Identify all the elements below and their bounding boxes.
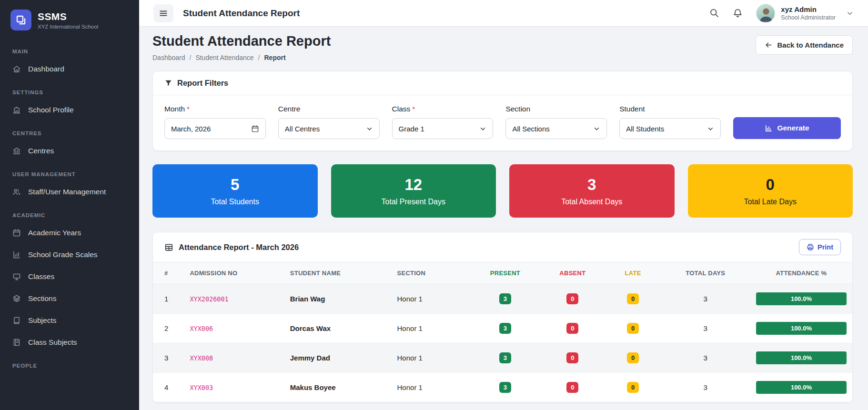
class-value: Grade 1 bbox=[399, 125, 424, 133]
layers-icon bbox=[12, 294, 21, 303]
attendance-percent-bar: 100.0% bbox=[756, 322, 847, 335]
section-label: Section bbox=[505, 105, 607, 113]
topbar: Student Attendance Report xyz Admin Scho… bbox=[139, 0, 868, 27]
page-content: Student Attendance Report Dashboard Stud… bbox=[139, 27, 868, 410]
nav-section-centres: CENTRES bbox=[0, 121, 139, 140]
brand-subtitle: XYZ International School bbox=[38, 24, 98, 30]
chevron-down-icon bbox=[479, 125, 486, 132]
filters-title: Report Filters bbox=[177, 79, 228, 88]
centre-select[interactable]: All Centres bbox=[278, 118, 380, 139]
monitor-icon bbox=[12, 272, 21, 281]
class-select[interactable]: Grade 1 bbox=[392, 118, 494, 139]
attendance-report-card: Attendance Report - March 2026 Print # A… bbox=[152, 232, 853, 403]
stats-row: 5 Total Students 12 Total Present Days 3… bbox=[152, 164, 853, 218]
header-attendance-pct: ATTENDANCE % bbox=[750, 262, 852, 284]
breadcrumb-student-attendance[interactable]: Student Attendance bbox=[195, 54, 253, 61]
student-value: All Students bbox=[626, 125, 664, 133]
arrow-left-icon bbox=[765, 41, 773, 49]
filter-funnel-icon bbox=[164, 79, 172, 87]
sidebar-item-staff-user-management[interactable]: Staff/User Management bbox=[0, 181, 139, 203]
back-to-attendance-button[interactable]: Back to Attendance bbox=[756, 35, 853, 55]
month-input[interactable]: March, 2026 bbox=[164, 118, 266, 139]
chevron-down-icon bbox=[846, 10, 854, 17]
nav-item-label: Class Subjects bbox=[28, 338, 77, 347]
sidebar-item-class-subjects[interactable]: Class Subjects bbox=[0, 331, 139, 353]
present-badge: 3 bbox=[499, 352, 511, 363]
menu-icon bbox=[159, 9, 168, 18]
sidebar-item-sections[interactable]: Sections bbox=[0, 288, 139, 310]
sidebar-item-centres[interactable]: Centres bbox=[0, 140, 139, 162]
attendance-percent-bar: 100.0% bbox=[756, 292, 847, 305]
sidebar-item-school-grade-scales[interactable]: School Grade Scales bbox=[0, 244, 139, 266]
generate-button[interactable]: Generate bbox=[733, 117, 841, 139]
page-title: Student Attendance Report bbox=[152, 33, 331, 49]
table-body: 1 XYX2026001 Brian Wag Honor 1 3 0 0 3 1… bbox=[153, 284, 852, 402]
page-heading-block: Student Attendance Report Dashboard Stud… bbox=[152, 33, 331, 61]
stat-label: Total Present Days bbox=[382, 198, 445, 206]
nav-item-label: Centres bbox=[28, 147, 54, 155]
book-icon bbox=[12, 316, 21, 325]
nav-section-academic: ACADEMIC bbox=[0, 203, 139, 222]
absent-badge: 0 bbox=[566, 323, 578, 334]
sidebar-item-classes[interactable]: Classes bbox=[0, 266, 139, 288]
sidebar-item-subjects[interactable]: Subjects bbox=[0, 310, 139, 331]
filters-body: Month March, 2026 Centre All Centres Cla… bbox=[153, 95, 852, 150]
user-avatar bbox=[756, 4, 775, 23]
search-button[interactable] bbox=[709, 8, 719, 18]
nav-item-label: Academic Years bbox=[28, 229, 81, 237]
late-badge: 0 bbox=[627, 293, 639, 304]
stat-label: Total Late Days bbox=[744, 198, 797, 206]
report-title-wrap: Attendance Report - March 2026 bbox=[164, 243, 299, 252]
admission-no-link[interactable]: XYX006 bbox=[190, 325, 213, 332]
class-label: Class bbox=[392, 105, 494, 113]
filters-card-header: Report Filters bbox=[153, 71, 852, 95]
table-row: 1 XYX2026001 Brian Wag Honor 1 3 0 0 3 1… bbox=[153, 284, 852, 314]
school-building-icon bbox=[12, 106, 21, 114]
row-number: 1 bbox=[153, 284, 184, 314]
stat-value: 3 bbox=[587, 176, 596, 194]
sidebar-item-academic-years[interactable]: Academic Years bbox=[0, 222, 139, 244]
section-cell: Honor 1 bbox=[392, 373, 471, 402]
section-cell: Honor 1 bbox=[392, 284, 471, 314]
sidebar-item-dashboard[interactable]: Dashboard bbox=[0, 58, 139, 80]
admission-no-link[interactable]: XYX008 bbox=[190, 354, 213, 362]
bank-icon bbox=[12, 147, 21, 155]
total-days-cell: 3 bbox=[660, 343, 750, 373]
nav-item-label: Subjects bbox=[28, 316, 56, 325]
student-select[interactable]: All Students bbox=[619, 118, 721, 139]
report-filters-card: Report Filters Month March, 2026 Centre … bbox=[152, 71, 853, 151]
class-field: Class Grade 1 bbox=[392, 105, 494, 139]
row-number: 2 bbox=[153, 314, 184, 343]
stat-label: Total Absent Days bbox=[561, 198, 622, 206]
student-name-cell: Brian Wag bbox=[284, 284, 392, 314]
print-button[interactable]: Print bbox=[799, 239, 841, 255]
breadcrumb-dashboard[interactable]: Dashboard bbox=[152, 54, 185, 61]
sidebar-nav: MAIN Dashboard SETTINGS School Profile C… bbox=[0, 39, 139, 410]
nav-section-people: PEOPLE bbox=[0, 353, 139, 372]
centre-value: All Centres bbox=[285, 125, 320, 133]
section-select[interactable]: All Sections bbox=[505, 118, 607, 139]
table-row: 3 XYX008 Jemmy Dad Honor 1 3 0 0 3 100.0… bbox=[153, 343, 852, 373]
absent-badge: 0 bbox=[566, 293, 578, 304]
month-field: Month March, 2026 bbox=[164, 105, 266, 139]
nav-section-user-management: USER MANAGEMENT bbox=[0, 162, 139, 181]
stat-value: 12 bbox=[404, 176, 422, 194]
stat-total-absent-days: 3 Total Absent Days bbox=[509, 164, 675, 218]
table-row: 2 XYX006 Dorcas Wax Honor 1 3 0 0 3 100.… bbox=[153, 314, 852, 343]
brand[interactable]: SSMS XYZ International School bbox=[0, 0, 139, 39]
brand-text: SSMS XYZ International School bbox=[38, 11, 98, 30]
admission-no-link[interactable]: XYX003 bbox=[190, 384, 213, 391]
stat-total-present-days: 12 Total Present Days bbox=[331, 164, 496, 218]
notifications-button[interactable] bbox=[733, 8, 743, 18]
breadcrumb-report: Report bbox=[264, 54, 286, 61]
late-badge: 0 bbox=[627, 352, 639, 363]
user-menu[interactable]: xyz Admin School Administrator bbox=[756, 4, 854, 23]
student-field: Student All Students bbox=[619, 105, 721, 139]
admission-no-link[interactable]: XYX2026001 bbox=[190, 295, 228, 303]
centre-field: Centre All Centres bbox=[278, 105, 380, 139]
sidebar-toggle-button[interactable] bbox=[153, 4, 173, 22]
section-cell: Honor 1 bbox=[392, 343, 471, 373]
sidebar-item-school-profile[interactable]: School Profile bbox=[0, 99, 139, 121]
table-icon bbox=[164, 243, 173, 252]
user-role: School Administrator bbox=[781, 14, 836, 21]
